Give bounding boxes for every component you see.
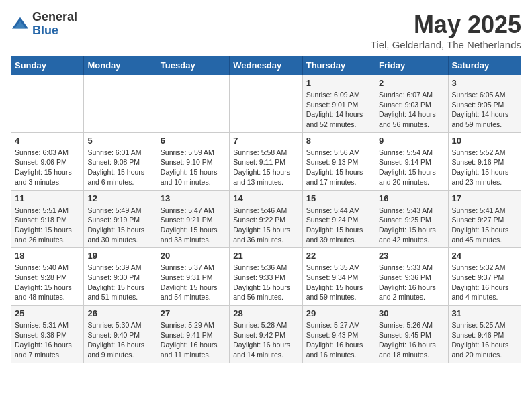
day-info: Sunrise: 5:36 AM Sunset: 9:33 PM Dayligh… (233, 263, 298, 302)
calendar-cell: 27Sunrise: 5:29 AM Sunset: 9:41 PM Dayli… (157, 306, 229, 363)
day-info: Sunrise: 5:41 AM Sunset: 9:27 PM Dayligh… (452, 205, 517, 245)
day-number: 1 (306, 78, 371, 88)
day-number: 24 (452, 250, 517, 261)
calendar-cell: 23Sunrise: 5:33 AM Sunset: 9:36 PM Dayli… (375, 248, 448, 306)
calendar-cell: 20Sunrise: 5:37 AM Sunset: 9:31 PM Dayli… (157, 248, 229, 306)
header-wednesday: Wednesday (230, 56, 302, 75)
day-info: Sunrise: 5:25 AM Sunset: 9:46 PM Dayligh… (452, 320, 517, 360)
page-header: General Blue May 2025 Tiel, Gelderland, … (11, 11, 521, 50)
day-info: Sunrise: 5:44 AM Sunset: 9:24 PM Dayligh… (306, 205, 371, 245)
calendar-cell: 28Sunrise: 5:28 AM Sunset: 9:42 PM Dayli… (230, 306, 302, 363)
calendar-cell: 6Sunrise: 5:59 AM Sunset: 9:10 PM Daylig… (157, 132, 229, 190)
calendar-table: SundayMondayTuesdayWednesdayThursdayFrid… (11, 56, 521, 363)
calendar-cell: 12Sunrise: 5:49 AM Sunset: 9:19 PM Dayli… (84, 190, 157, 248)
calendar-cell: 5Sunrise: 6:01 AM Sunset: 9:08 PM Daylig… (84, 132, 157, 190)
week-row-4: 18Sunrise: 5:40 AM Sunset: 9:28 PM Dayli… (11, 248, 521, 306)
calendar-cell: 3Sunrise: 6:05 AM Sunset: 9:05 PM Daylig… (448, 75, 521, 133)
day-info: Sunrise: 5:27 AM Sunset: 9:43 PM Dayligh… (306, 320, 371, 360)
day-info: Sunrise: 5:29 AM Sunset: 9:41 PM Dayligh… (161, 320, 226, 360)
day-info: Sunrise: 5:39 AM Sunset: 9:30 PM Dayligh… (87, 263, 152, 302)
calendar-cell: 29Sunrise: 5:27 AM Sunset: 9:43 PM Dayli… (302, 306, 375, 363)
day-number: 5 (87, 136, 152, 146)
calendar-cell (11, 75, 84, 133)
logo-icon (11, 15, 30, 34)
calendar-cell: 11Sunrise: 5:51 AM Sunset: 9:18 PM Dayli… (11, 190, 84, 248)
day-info: Sunrise: 5:54 AM Sunset: 9:14 PM Dayligh… (379, 148, 444, 187)
day-number: 31 (452, 308, 517, 318)
week-row-1: 1Sunrise: 6:09 AM Sunset: 9:01 PM Daylig… (11, 75, 521, 133)
calendar-title: May 2025 (371, 11, 521, 39)
day-number: 20 (161, 250, 226, 261)
day-number: 2 (379, 78, 444, 88)
calendar-cell: 24Sunrise: 5:32 AM Sunset: 9:37 PM Dayli… (448, 248, 521, 306)
day-info: Sunrise: 6:01 AM Sunset: 9:08 PM Dayligh… (87, 148, 152, 187)
week-row-2: 4Sunrise: 6:03 AM Sunset: 9:06 PM Daylig… (11, 132, 521, 190)
header-monday: Monday (84, 56, 157, 75)
calendar-cell: 14Sunrise: 5:46 AM Sunset: 9:22 PM Dayli… (230, 190, 302, 248)
title-block: May 2025 Tiel, Gelderland, The Netherlan… (371, 11, 521, 50)
calendar-cell: 4Sunrise: 6:03 AM Sunset: 9:06 PM Daylig… (11, 132, 84, 190)
day-number: 9 (379, 136, 444, 146)
day-info: Sunrise: 5:31 AM Sunset: 9:38 PM Dayligh… (15, 320, 80, 360)
calendar-cell: 21Sunrise: 5:36 AM Sunset: 9:33 PM Dayli… (230, 248, 302, 306)
day-number: 27 (161, 308, 226, 318)
day-number: 25 (15, 308, 80, 318)
calendar-cell: 10Sunrise: 5:52 AM Sunset: 9:16 PM Dayli… (448, 132, 521, 190)
calendar-cell: 22Sunrise: 5:35 AM Sunset: 9:34 PM Dayli… (302, 248, 375, 306)
day-info: Sunrise: 5:30 AM Sunset: 9:40 PM Dayligh… (87, 320, 152, 360)
calendar-cell: 19Sunrise: 5:39 AM Sunset: 9:30 PM Dayli… (84, 248, 157, 306)
calendar-cell: 15Sunrise: 5:44 AM Sunset: 9:24 PM Dayli… (302, 190, 375, 248)
week-row-3: 11Sunrise: 5:51 AM Sunset: 9:18 PM Dayli… (11, 190, 521, 248)
calendar-cell: 1Sunrise: 6:09 AM Sunset: 9:01 PM Daylig… (302, 75, 375, 133)
day-number: 23 (379, 250, 444, 261)
logo: General Blue (11, 11, 77, 38)
header-tuesday: Tuesday (157, 56, 229, 75)
header-thursday: Thursday (302, 56, 375, 75)
calendar-subtitle: Tiel, Gelderland, The Netherlands (371, 39, 521, 50)
day-info: Sunrise: 5:37 AM Sunset: 9:31 PM Dayligh… (161, 263, 226, 302)
day-number: 29 (306, 308, 371, 318)
calendar-cell: 18Sunrise: 5:40 AM Sunset: 9:28 PM Dayli… (11, 248, 84, 306)
day-number: 26 (87, 308, 152, 318)
logo-blue: Blue (32, 24, 77, 38)
day-number: 16 (379, 193, 444, 203)
header-saturday: Saturday (448, 56, 521, 75)
day-number: 12 (87, 193, 152, 203)
day-number: 21 (233, 250, 298, 261)
day-number: 28 (233, 308, 298, 318)
day-number: 4 (15, 136, 80, 146)
day-number: 6 (161, 136, 226, 146)
day-info: Sunrise: 5:33 AM Sunset: 9:36 PM Dayligh… (379, 263, 444, 302)
day-number: 17 (452, 193, 517, 203)
day-info: Sunrise: 5:43 AM Sunset: 9:25 PM Dayligh… (379, 205, 444, 245)
calendar-cell: 7Sunrise: 5:58 AM Sunset: 9:11 PM Daylig… (230, 132, 302, 190)
calendar-cell: 25Sunrise: 5:31 AM Sunset: 9:38 PM Dayli… (11, 306, 84, 363)
day-number: 15 (306, 193, 371, 203)
day-info: Sunrise: 5:51 AM Sunset: 9:18 PM Dayligh… (15, 205, 80, 245)
day-info: Sunrise: 5:58 AM Sunset: 9:11 PM Dayligh… (233, 148, 298, 187)
day-info: Sunrise: 5:26 AM Sunset: 9:45 PM Dayligh… (379, 320, 444, 360)
logo-text: General Blue (32, 11, 77, 38)
calendar-cell: 16Sunrise: 5:43 AM Sunset: 9:25 PM Dayli… (375, 190, 448, 248)
day-info: Sunrise: 5:40 AM Sunset: 9:28 PM Dayligh… (15, 263, 80, 302)
calendar-cell: 9Sunrise: 5:54 AM Sunset: 9:14 PM Daylig… (375, 132, 448, 190)
calendar-cell: 8Sunrise: 5:56 AM Sunset: 9:13 PM Daylig… (302, 132, 375, 190)
day-info: Sunrise: 6:03 AM Sunset: 9:06 PM Dayligh… (15, 148, 80, 187)
calendar-cell: 26Sunrise: 5:30 AM Sunset: 9:40 PM Dayli… (84, 306, 157, 363)
calendar-cell (230, 75, 302, 133)
day-info: Sunrise: 6:07 AM Sunset: 9:03 PM Dayligh… (379, 90, 444, 130)
day-number: 22 (306, 250, 371, 261)
day-info: Sunrise: 5:47 AM Sunset: 9:21 PM Dayligh… (161, 205, 226, 245)
calendar-cell (157, 75, 229, 133)
day-info: Sunrise: 6:09 AM Sunset: 9:01 PM Dayligh… (306, 90, 371, 130)
day-number: 18 (15, 250, 80, 261)
day-number: 13 (161, 193, 226, 203)
calendar-cell: 17Sunrise: 5:41 AM Sunset: 9:27 PM Dayli… (448, 190, 521, 248)
day-number: 14 (233, 193, 298, 203)
day-number: 10 (452, 136, 517, 146)
calendar-cell (84, 75, 157, 133)
day-number: 7 (233, 136, 298, 146)
calendar-cell: 2Sunrise: 6:07 AM Sunset: 9:03 PM Daylig… (375, 75, 448, 133)
day-info: Sunrise: 5:59 AM Sunset: 9:10 PM Dayligh… (161, 148, 226, 187)
day-info: Sunrise: 5:49 AM Sunset: 9:19 PM Dayligh… (87, 205, 152, 245)
